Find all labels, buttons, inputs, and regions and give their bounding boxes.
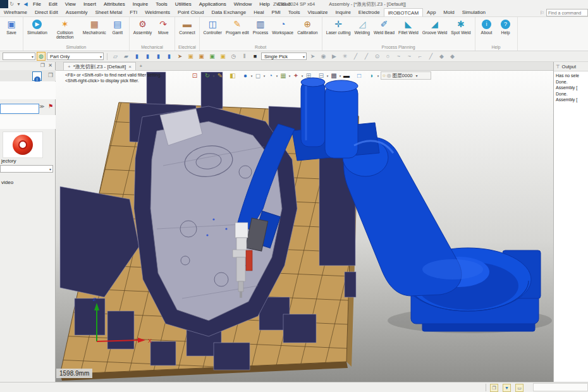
tab-tools[interactable]: Tools — [285, 8, 304, 16]
wireframe-box-icon[interactable]: ◻ — [254, 71, 262, 80]
tab-point-cloud[interactable]: Point Cloud — [174, 8, 207, 16]
help-button[interactable]: ? Help — [496, 18, 515, 35]
menu-utilities[interactable]: Utilities — [171, 0, 195, 8]
zoom-box-icon[interactable]: ⊞ — [304, 71, 313, 80]
panel-minimize-icon[interactable]: ❐ — [40, 63, 45, 68]
import-icon[interactable]: ▣ — [207, 52, 217, 61]
menu-help[interactable]: Help — [255, 0, 273, 8]
program-edit-button[interactable]: ✎ Progam edit — [224, 18, 251, 35]
gantt-button[interactable]: ▤ Gantt — [108, 18, 127, 35]
tab-fti[interactable]: FTI — [126, 8, 141, 16]
output-panel-header[interactable]: ⊤ Output — [554, 62, 588, 71]
pick-play-icon[interactable]: ▶ — [329, 52, 339, 61]
groove-weld-button[interactable]: ◢ Groove Weld — [420, 18, 450, 35]
tab-close-icon[interactable]: × — [128, 64, 132, 70]
spline-icon[interactable]: ~ — [405, 52, 414, 61]
panel-close-icon[interactable]: ✕ — [48, 63, 52, 68]
trajectory-combo[interactable]: ▾ — [0, 165, 53, 173]
pause-icon[interactable]: ‖ — [240, 52, 249, 61]
folder-open-icon[interactable]: ▣ — [186, 52, 195, 61]
redo-icon[interactable]: ↻ — [8, 0, 15, 8]
section-sphere-icon[interactable]: ◔ — [266, 71, 275, 80]
simulation-button[interactable]: ▶ Simulation — [25, 18, 49, 35]
geom-bar-4-icon[interactable]: ▮ — [164, 52, 174, 61]
menu-applications[interactable]: Applications — [195, 0, 230, 8]
face-icon[interactable]: ◆ — [437, 52, 446, 61]
tab-app[interactable]: App — [423, 8, 439, 16]
connect-button[interactable]: ▬ Connect — [177, 18, 197, 35]
process-button[interactable]: ▥ Process — [251, 18, 271, 35]
assembly-button[interactable]: ⚙ Assembly — [132, 18, 154, 35]
filter-combo[interactable]: Part Only▾ — [47, 52, 104, 60]
stop-icon[interactable]: ■ — [250, 52, 260, 61]
layer-combo[interactable]: ○ ◎ 图层0000 ▾ — [381, 71, 431, 80]
tab-simulation[interactable]: Simulation — [458, 8, 489, 16]
pin-icon[interactable]: ⊤ — [556, 64, 560, 70]
about-button[interactable]: i About — [477, 18, 496, 35]
snap-icon[interactable]: ✳ — [340, 52, 350, 61]
history-icon[interactable]: ◷ — [229, 52, 238, 61]
export-icon[interactable]: ▣ — [197, 52, 206, 61]
geom-bar-1-icon[interactable]: ▮ — [132, 52, 142, 61]
regen-icon[interactable]: ↻ — [203, 71, 212, 80]
geom-bar-2-icon[interactable]: ▮ — [143, 52, 152, 61]
tab-sheet-metal[interactable]: Sheet Metal — [91, 8, 126, 16]
circle-center-icon[interactable]: ⊙ — [372, 52, 382, 61]
dropdown-caret-icon[interactable]: ▾ — [15, 0, 22, 8]
tab-irobotcam[interactable]: IROBOTCAM — [384, 8, 423, 16]
back-nav-icon[interactable]: ◀ — [22, 0, 29, 8]
window-icon[interactable]: ❐ — [490, 384, 498, 392]
compass-icon[interactable]: ✦ — [291, 71, 300, 80]
notify-icon[interactable]: ⚐ — [540, 10, 544, 16]
laser-cutting-button[interactable]: ✛ Laser cutting — [324, 18, 353, 35]
menu-file[interactable]: File — [29, 0, 45, 8]
menu-view[interactable]: View — [61, 0, 80, 8]
calibration-button[interactable]: ⊕ Calibration — [295, 18, 320, 35]
blue-frame-icon[interactable]: □ — [355, 71, 364, 80]
recent-icon[interactable]: ▣ — [218, 52, 228, 61]
save-button[interactable]: ▣ Save — [2, 18, 21, 35]
menu-edit[interactable]: Edit — [45, 0, 61, 8]
line-2-icon[interactable]: ╱ — [362, 52, 371, 61]
black-bar-icon[interactable]: ▬ — [342, 71, 351, 80]
tab-weldments[interactable]: Weldments — [141, 8, 174, 16]
geom-bar-3-icon[interactable]: ▮ — [154, 52, 163, 61]
viewport-3d[interactable]: X Z — [56, 71, 553, 382]
diagonal-icon[interactable]: ╱ — [426, 52, 436, 61]
info-tab[interactable]: i — [32, 71, 42, 81]
controller-button[interactable]: ◫ Controller — [202, 18, 224, 35]
pick-flag-icon[interactable]: ⚑ — [48, 103, 53, 109]
menu-window[interactable]: Window — [230, 0, 255, 8]
texture-icon[interactable]: ▦ — [279, 71, 288, 80]
record-button[interactable] — [13, 135, 33, 155]
tab-assembly[interactable]: Assembly — [62, 8, 92, 16]
sheet-add-icon[interactable]: ▰ — [121, 52, 131, 61]
pick-last-icon[interactable]: ➤ — [175, 52, 185, 61]
pick-mode-combo[interactable]: Single Pick▾ — [261, 52, 307, 60]
circle-icon[interactable]: ○ — [383, 52, 393, 61]
corner-icon[interactable]: ⌐ — [415, 52, 425, 61]
render-sphere-icon[interactable]: ● — [241, 71, 250, 80]
document-tab-icon[interactable]: ❐ — [48, 72, 53, 78]
tab-direct-edit[interactable]: Direct Edit — [31, 8, 62, 16]
pick-arrow-icon[interactable]: ➤ — [308, 52, 317, 61]
panel-icon[interactable]: ▭ — [515, 384, 524, 392]
tab-electrode[interactable]: Electrode — [355, 8, 384, 16]
tab-data-exchange[interactable]: Data Exchange — [207, 8, 250, 16]
fillet-weld-button[interactable]: ◣ Fillet Weld — [396, 18, 420, 35]
globe-button[interactable]: ◍ — [37, 52, 46, 61]
fit-view-icon[interactable]: ⊟ — [317, 71, 326, 80]
tab-heal[interactable]: Heal — [250, 8, 267, 16]
move-button[interactable]: ↷ Move — [154, 18, 173, 35]
face-2-icon[interactable]: ◆ — [448, 52, 457, 61]
mechatronic-button[interactable]: ▦ Mechatronic — [81, 18, 108, 35]
shade-box-icon[interactable]: ◧ — [228, 71, 237, 80]
shell-icon[interactable]: ◗ — [367, 71, 376, 80]
find-command-input[interactable] — [546, 9, 588, 16]
welding-button[interactable]: ◿ Welding — [353, 18, 372, 35]
menu-attributes[interactable]: Attributes — [100, 0, 129, 8]
history-combo[interactable]: ▾ — [3, 52, 35, 60]
line-icon[interactable]: ╱ — [351, 52, 360, 61]
workspace-button[interactable]: ◔ Workspace — [270, 18, 295, 35]
tab-mold[interactable]: Mold — [439, 8, 458, 16]
